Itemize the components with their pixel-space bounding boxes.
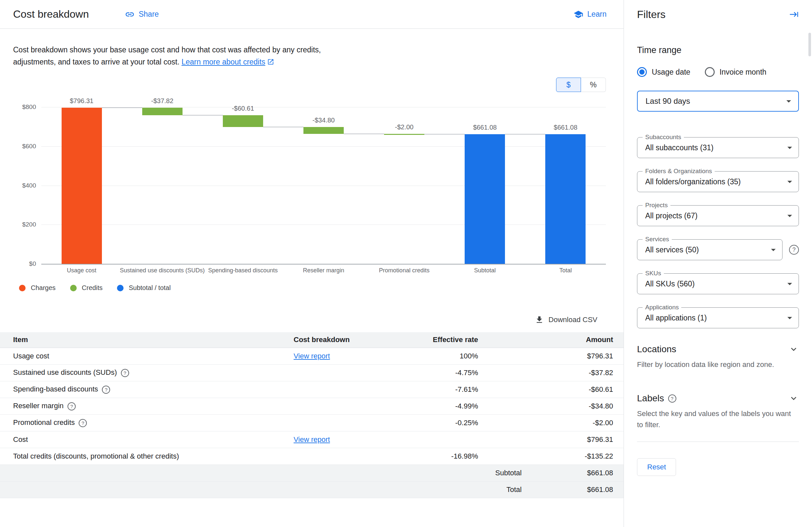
bar-value-label: -$60.61 bbox=[207, 105, 279, 112]
share-button[interactable]: Share bbox=[125, 10, 159, 19]
share-icon bbox=[125, 10, 135, 19]
main-content: Cost breakdown Share Learn Cost breakdow… bbox=[0, 0, 624, 527]
filter-field-applications[interactable]: ApplicationsAll applications (1) bbox=[637, 307, 799, 328]
time-range-heading: Time range bbox=[637, 45, 799, 55]
labels-section[interactable]: Labels ? bbox=[637, 393, 799, 404]
item-label: Cost bbox=[13, 435, 28, 443]
x-axis-label: Promotional credits bbox=[379, 267, 430, 274]
dollar-toggle-button[interactable]: $ bbox=[556, 78, 581, 92]
view-report-link[interactable]: View report bbox=[294, 435, 330, 443]
bar-reseller-margin[interactable] bbox=[303, 127, 344, 134]
download-csv-button[interactable]: Download CSV bbox=[535, 315, 597, 325]
y-axis-tick: $400 bbox=[22, 182, 36, 189]
table-header-row: Item Cost breakdown Effective rate Amoun… bbox=[0, 332, 624, 348]
view-report-link[interactable]: View report bbox=[294, 352, 330, 360]
group-amount: $661.08 bbox=[522, 469, 624, 477]
x-axis-label: Reseller margin bbox=[303, 267, 344, 274]
labels-heading: Labels ? bbox=[637, 393, 676, 404]
table-row: Reseller margin?-4.99%-$34.80 bbox=[0, 398, 624, 415]
learn-more-credits-link[interactable]: Learn more about credits bbox=[182, 58, 265, 66]
report-cell: View report bbox=[294, 431, 392, 448]
table-header-effective-rate: Effective rate bbox=[392, 332, 478, 348]
dropdown-caret-icon bbox=[768, 244, 779, 255]
labels-help-icon[interactable]: ? bbox=[668, 394, 676, 403]
radio-icon bbox=[637, 67, 647, 77]
radio-invoice-month[interactable]: Invoice month bbox=[705, 67, 766, 77]
main-header: Cost breakdown Share Learn bbox=[0, 0, 624, 29]
field-value: All SKUs (560) bbox=[645, 280, 784, 288]
legend-dot bbox=[70, 285, 77, 291]
amount-cell: $796.31 bbox=[478, 348, 624, 364]
y-axis-tick: $0 bbox=[29, 260, 36, 268]
collapse-panel-icon[interactable] bbox=[789, 10, 799, 19]
item-cell: Total credits (discounts, promotional & … bbox=[0, 448, 294, 465]
legend-item: Subtotal / total bbox=[117, 284, 171, 292]
filter-field-row: ProjectsAll projects (67) bbox=[637, 205, 799, 226]
filter-field-services[interactable]: ServicesAll services (50) bbox=[637, 239, 783, 260]
filter-field-row: ServicesAll services (50)? bbox=[637, 239, 799, 260]
bar-subtotal[interactable] bbox=[465, 134, 505, 264]
services-help-icon[interactable]: ? bbox=[789, 245, 799, 255]
locations-subtext: Filter by location data like region and … bbox=[637, 359, 799, 370]
filter-field-folders-organizations[interactable]: Folders & OrganizationsAll folders/organ… bbox=[637, 171, 799, 192]
page-title: Cost breakdown bbox=[13, 8, 89, 20]
reset-button[interactable]: Reset bbox=[637, 458, 676, 476]
group-row: Subtotal$661.08 bbox=[0, 469, 624, 477]
item-label: Usage cost bbox=[13, 352, 49, 360]
bar-promotional-credits[interactable] bbox=[384, 134, 424, 135]
filter-field-projects[interactable]: ProjectsAll projects (67) bbox=[637, 205, 799, 226]
chart-plot: $0$200$400$600$800$796.31-$37.82-$60.61-… bbox=[41, 107, 606, 264]
share-label: Share bbox=[139, 10, 159, 19]
table-header-amount: Amount bbox=[478, 332, 624, 348]
download-csv-label: Download CSV bbox=[549, 316, 597, 324]
field-label: Projects bbox=[642, 202, 670, 209]
external-link-icon bbox=[267, 57, 274, 69]
download-icon bbox=[535, 315, 544, 325]
bar-sustained-use-discounts-suds[interactable] bbox=[142, 108, 183, 115]
percent-toggle-button[interactable]: % bbox=[581, 78, 606, 92]
item-cell: Usage cost bbox=[0, 348, 294, 364]
rate-cell: -4.99% bbox=[392, 398, 478, 415]
radio-usage-date[interactable]: Usage date bbox=[637, 67, 691, 77]
group-amount: $661.08 bbox=[522, 485, 624, 494]
filter-field-skus[interactable]: SKUsAll SKUs (560) bbox=[637, 273, 799, 294]
item-label: Promotional credits bbox=[13, 418, 75, 426]
legend-dot bbox=[19, 285, 26, 291]
spending-based-discounts-help-icon[interactable]: ? bbox=[102, 386, 110, 394]
group-cell: Total$661.08 bbox=[0, 481, 624, 498]
chart-legend: ChargesCreditsSubtotal / total bbox=[19, 284, 624, 292]
rate-cell: 100% bbox=[392, 348, 478, 364]
legend-label: Subtotal / total bbox=[129, 284, 171, 292]
bar-spending-based-discounts[interactable] bbox=[223, 115, 263, 127]
time-range-radios: Usage dateInvoice month bbox=[637, 67, 799, 77]
field-label: Folders & Organizations bbox=[642, 168, 715, 175]
time-range-select[interactable]: Last 90 days bbox=[637, 91, 799, 111]
item-label: Spending-based discounts bbox=[13, 385, 98, 393]
chevron-down-icon bbox=[788, 393, 799, 404]
item-cell: Spending-based discounts? bbox=[0, 381, 294, 398]
sustained-use-discounts-suds-help-icon[interactable]: ? bbox=[121, 369, 129, 377]
bar-value-label: -$37.82 bbox=[126, 97, 198, 105]
bar-total[interactable] bbox=[545, 134, 585, 264]
amount-cell: $796.31 bbox=[478, 431, 624, 448]
table-row: Total credits (discounts, promotional & … bbox=[0, 448, 624, 465]
item-label: Total credits (discounts, promotional & … bbox=[13, 452, 179, 460]
learn-icon bbox=[574, 10, 583, 19]
learn-button[interactable]: Learn bbox=[574, 10, 607, 19]
chart-x-labels: Usage costSustained use discounts (SUDs)… bbox=[41, 267, 606, 277]
report-cell bbox=[294, 398, 392, 415]
bar-usage-cost[interactable] bbox=[62, 108, 102, 264]
report-cell: View report bbox=[294, 348, 392, 364]
reseller-margin-help-icon[interactable]: ? bbox=[68, 402, 76, 410]
scrollbar-thumb[interactable] bbox=[808, 33, 811, 56]
filter-field-subaccounts[interactable]: SubaccountsAll subaccounts (31) bbox=[637, 137, 799, 158]
dropdown-caret-icon bbox=[784, 278, 795, 289]
locations-section[interactable]: Locations bbox=[637, 344, 799, 355]
legend-item: Credits bbox=[70, 284, 103, 292]
filter-field-row: SKUsAll SKUs (560) bbox=[637, 273, 799, 294]
x-axis-label: Usage cost bbox=[67, 267, 96, 274]
cost-breakdown-page: Cost breakdown Share Learn Cost breakdow… bbox=[0, 0, 812, 527]
radio-label: Usage date bbox=[652, 68, 691, 77]
dropdown-caret-icon bbox=[784, 312, 795, 323]
promotional-credits-help-icon[interactable]: ? bbox=[79, 419, 87, 427]
